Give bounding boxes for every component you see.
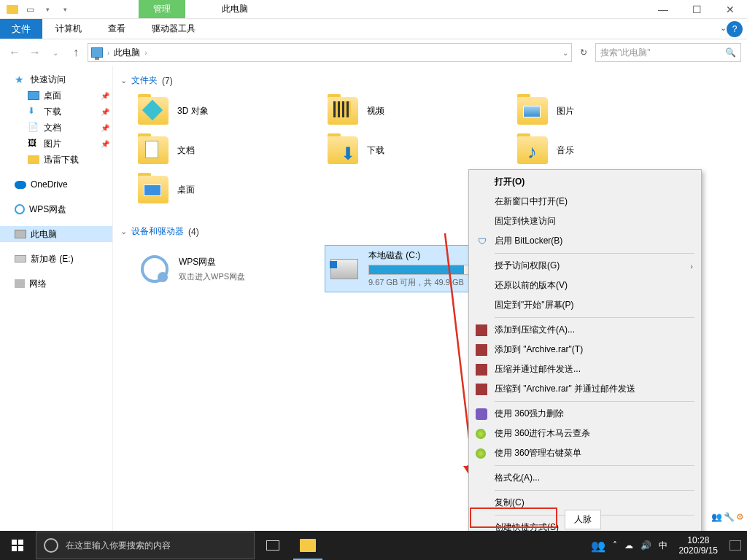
tree-xunlei[interactable]: 迅雷下载 <box>0 152 112 168</box>
cm-pin-start[interactable]: 固定到"开始"屏幕(P) <box>471 295 699 315</box>
tree-quick-access[interactable]: ★快速访问 <box>0 71 112 88</box>
cm-360-delete[interactable]: 使用 360强力删除 <box>471 404 699 424</box>
tray-overflow-icon[interactable]: ˄ <box>613 540 617 551</box>
qat-properties-icon[interactable]: ▭ <box>22 1 38 18</box>
cm-grant-access[interactable]: 授予访问权限(G)› <box>471 256 699 276</box>
taskbar-search-placeholder: 在这里输入你要搜索的内容 <box>66 540 171 552</box>
pc-icon <box>15 230 26 238</box>
tree-wps[interactable]: WPS网盘 <box>0 201 112 217</box>
folder-icon <box>138 176 169 203</box>
task-view-button[interactable] <box>255 531 290 560</box>
tree-pictures[interactable]: 🖼图片📌 <box>0 136 112 152</box>
navbar: ← → ⌄ ↑ › 此电脑 › ⌄ ↻ 搜索"此电脑" 🔍 <box>0 39 747 66</box>
search-icon[interactable]: 🔍 <box>725 47 736 58</box>
taskbar-explorer[interactable] <box>290 531 325 560</box>
people-tooltip: 人脉 <box>565 510 601 529</box>
folder-downloads[interactable]: ⬇下载 <box>325 133 492 167</box>
cm-format[interactable]: 格式化(A)... <box>471 468 699 488</box>
cm-rar-add-named[interactable]: 添加到 "Archive.rar"(T) <box>471 340 699 359</box>
tree-onedrive[interactable]: OneDrive <box>0 176 112 192</box>
explorer-icon <box>4 1 20 18</box>
cm-open[interactable]: 打开(O) <box>471 172 699 192</box>
nav-up-button[interactable]: ↑ <box>67 44 85 61</box>
search-input[interactable]: 搜索"此电脑" 🔍 <box>595 43 741 62</box>
chevron-icon[interactable]: › <box>107 49 109 57</box>
cm-360-menu[interactable]: 使用 360管理右键菜单 <box>471 443 699 463</box>
drive-c[interactable]: 本地磁盘 (C:) 9.67 GB 可用，共 49.9 GB <box>325 245 492 292</box>
ribbon-tab-computer[interactable]: 计算机 <box>42 19 95 39</box>
submenu-arrow-icon: › <box>690 262 693 271</box>
tray-cloud-icon[interactable]: ☁ <box>624 540 633 551</box>
tray-volume-icon[interactable]: 🔊 <box>640 540 651 551</box>
notifications-button[interactable] <box>729 540 741 551</box>
tree-documents[interactable]: 📄文档📌 <box>0 120 112 136</box>
cm-rar-add[interactable]: 添加到压缩文件(A)... <box>471 320 699 340</box>
cm-bitlocker[interactable]: 🛡启用 BitLocker(B) <box>471 231 699 251</box>
tree-network[interactable]: 网络 <box>0 276 112 292</box>
taskbar-clock[interactable]: 10:28 2020/9/15 <box>675 535 722 556</box>
people-button[interactable]: 👥 <box>591 539 605 553</box>
360-icon <box>476 429 486 439</box>
folder-desktop[interactable]: 桌面 <box>135 173 303 206</box>
cm-360-scan[interactable]: 使用 360进行木马云查杀 <box>471 424 699 443</box>
folder-videos[interactable]: 视频 <box>325 94 492 128</box>
start-button[interactable] <box>0 531 35 560</box>
search-placeholder: 搜索"此电脑" <box>600 47 651 59</box>
desktop-icon <box>28 91 39 100</box>
folder-icon <box>138 136 169 164</box>
drive-icon <box>15 255 26 262</box>
refresh-button[interactable]: ↻ <box>575 44 592 61</box>
people-icon[interactable]: 👥 <box>711 512 722 522</box>
folder-icon <box>138 97 169 125</box>
shield-icon: 🛡 <box>476 235 489 248</box>
nav-back-button[interactable]: ← <box>6 44 23 61</box>
context-menu: 打开(O) 在新窗口中打开(E) 固定到快速访问 🛡启用 BitLocker(B… <box>468 169 702 560</box>
tree-volume-e[interactable]: 新加卷 (E:) <box>0 251 112 267</box>
chevron-down-icon: ⌄ <box>120 76 127 85</box>
folder-icon <box>517 97 548 125</box>
breadcrumb-dropdown-icon[interactable]: ⌄ <box>562 49 568 57</box>
pin-icon: 📌 <box>101 140 109 148</box>
help-button[interactable]: ? <box>727 21 743 37</box>
ribbon-tab-view[interactable]: 查看 <box>95 19 139 39</box>
breadcrumb-segment[interactable]: 此电脑 <box>114 47 140 59</box>
qat-dropdown-icon[interactable]: ▾ <box>39 1 55 18</box>
folder-pictures[interactable]: 图片 <box>514 94 682 128</box>
folder-music[interactable]: ♪音乐 <box>514 133 682 167</box>
cm-rar-email-named[interactable]: 压缩到 "Archive.rar" 并通过邮件发送 <box>471 379 699 399</box>
taskbar: 在这里输入你要搜索的内容 👥 ˄ ☁ 🔊 中 10:28 2020/9/15 <box>0 531 747 560</box>
tool-icon[interactable]: 🔧 <box>724 512 735 522</box>
group-folders-header[interactable]: ⌄ 文件夹 (7) <box>120 74 740 87</box>
cm-rar-email[interactable]: 压缩并通过邮件发送... <box>471 359 699 379</box>
tree-this-pc[interactable]: 此电脑 <box>0 226 112 242</box>
breadcrumb[interactable]: › 此电脑 › ⌄ <box>88 43 572 62</box>
close-button[interactable]: ✕ <box>713 0 747 19</box>
cm-restore-versions[interactable]: 还原以前的版本(V) <box>471 276 699 295</box>
ribbon-tab-drivetools[interactable]: 驱动器工具 <box>139 19 209 39</box>
settings-icon[interactable]: ⚙ <box>736 512 744 522</box>
folder-icon: ⬇ <box>328 136 358 164</box>
taskbar-search[interactable]: 在这里输入你要搜索的内容 <box>36 532 255 559</box>
maximize-button[interactable]: ☐ <box>680 0 713 19</box>
nav-recent-dropdown[interactable]: ⌄ <box>47 44 64 61</box>
tree-downloads[interactable]: ⬇下载📌 <box>0 104 112 120</box>
folder-icon: ♪ <box>517 136 548 164</box>
minimize-button[interactable]: — <box>646 0 680 19</box>
360-delete-icon <box>476 408 487 420</box>
chevron-icon[interactable]: › <box>144 49 147 57</box>
network-icon <box>15 279 25 288</box>
tree-desktop[interactable]: 桌面📌 <box>0 88 112 104</box>
360-icon <box>476 448 486 459</box>
tray-ime[interactable]: 中 <box>659 540 667 552</box>
windows-logo-icon <box>12 540 23 551</box>
ribbon-collapse-icon[interactable]: ⌄ <box>720 23 727 33</box>
folder-documents[interactable]: 文档 <box>135 133 303 167</box>
folder-3d-objects[interactable]: 3D 对象 <box>135 94 303 128</box>
cm-pin-quick-access[interactable]: 固定到快速访问 <box>471 211 699 231</box>
cortana-icon <box>44 538 58 553</box>
ribbon-file-tab[interactable]: 文件 <box>0 19 42 39</box>
drive-wps[interactable]: WPS网盘双击进入WPS网盘 <box>135 245 303 292</box>
cm-open-new-window[interactable]: 在新窗口中打开(E) <box>471 192 699 211</box>
qat-overflow-icon[interactable]: ▾ <box>57 1 73 18</box>
drive-icon <box>329 255 360 283</box>
